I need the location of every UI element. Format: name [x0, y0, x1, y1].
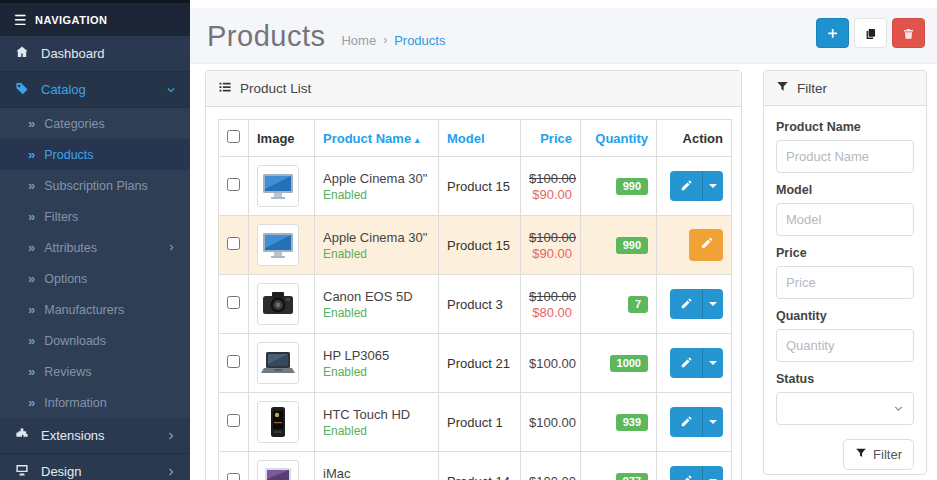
pencil-icon[interactable] [670, 407, 703, 437]
app-window: ☰ NAVIGATION DashboardCatalog»Categories… [0, 0, 937, 480]
row-checkbox-cell [219, 275, 249, 334]
edit-split-button[interactable] [670, 348, 723, 378]
sort-link-price[interactable]: Price [540, 131, 572, 146]
row-name-cell: HP LP3065Enabled [315, 334, 439, 393]
sidebar-item-extensions[interactable]: Extensions [0, 418, 190, 454]
delete-button[interactable] [892, 18, 925, 48]
sidebar-item-catalog[interactable]: Catalog [0, 72, 190, 108]
navigation-label: NAVIGATION [35, 14, 107, 26]
row-price-cell: $100.00 [521, 393, 581, 452]
filter-button[interactable]: Filter [843, 439, 914, 470]
dropdown-caret-button[interactable] [703, 289, 723, 319]
row-name-cell: Canon EOS 5DEnabled [315, 275, 439, 334]
product-name: HTC Touch HD [323, 407, 430, 422]
puzzle-icon [14, 427, 30, 444]
sidebar-subitem-categories[interactable]: »Categories [0, 108, 190, 139]
row-action-cell [657, 393, 732, 452]
double-angle-icon: » [28, 333, 34, 348]
sidebar-navigation-header: ☰ NAVIGATION [0, 3, 190, 36]
price-new: $90.00 [529, 187, 572, 202]
column-header-quantity: Quantity [581, 120, 657, 157]
row-checkbox-cell [219, 452, 249, 480]
row-checkbox[interactable] [227, 296, 240, 309]
product-status: Enabled [323, 424, 430, 438]
edit-button-orange[interactable] [689, 229, 723, 261]
caret-down-icon [709, 184, 717, 188]
table-header-row: ImageProduct Name ▴ModelPriceQuantityAct… [219, 120, 732, 157]
sort-link-name[interactable]: Product Name ▴ [323, 131, 420, 146]
hamburger-icon: ☰ [14, 13, 27, 27]
copy-button[interactable] [854, 18, 887, 48]
sidebar-item-label: Extensions [41, 428, 155, 443]
add-new-button[interactable] [816, 18, 849, 48]
sidebar-subitem-attributes[interactable]: »Attributes [0, 232, 190, 263]
pencil-icon [700, 237, 713, 253]
sort-link-quantity[interactable]: Quantity [595, 131, 648, 146]
edit-split-button[interactable] [670, 407, 723, 437]
breadcrumb-home[interactable]: Home [341, 33, 376, 48]
sort-link-model[interactable]: Model [447, 131, 485, 146]
pencil-icon[interactable] [670, 171, 703, 201]
page-title: Products [207, 20, 325, 53]
row-image-cell [249, 452, 315, 480]
sidebar: ☰ NAVIGATION DashboardCatalog»Categories… [0, 0, 190, 480]
filter-input-price[interactable] [776, 266, 914, 299]
row-action-cell [657, 452, 732, 480]
sidebar-item-design[interactable]: Design [0, 454, 190, 480]
edit-split-button[interactable] [670, 466, 723, 480]
sidebar-item-dashboard[interactable]: Dashboard [0, 36, 190, 72]
row-price-cell: $100.00$90.00 [521, 216, 581, 275]
row-image-cell [249, 334, 315, 393]
breadcrumb-current[interactable]: Products [394, 33, 445, 48]
product-thumbnail [257, 283, 299, 325]
product-status: Enabled [323, 247, 430, 261]
row-quantity-cell: 1000 [581, 334, 657, 393]
sidebar-subitem-label: Categories [44, 117, 176, 131]
sidebar-subitem-downloads[interactable]: »Downloads [0, 325, 190, 356]
chevron-right-icon [167, 243, 176, 252]
sidebar-subitem-label: Options [44, 272, 176, 286]
pencil-icon[interactable] [670, 289, 703, 319]
row-checkbox[interactable] [227, 237, 240, 250]
product-list-panel-header: Product List [206, 71, 741, 107]
dropdown-caret-button[interactable] [703, 407, 723, 437]
filter-input-quantity[interactable] [776, 329, 914, 362]
column-header-image: Image [249, 120, 315, 157]
row-action-cell [657, 216, 732, 275]
sidebar-subitem-filters[interactable]: »Filters [0, 201, 190, 232]
pencil-icon[interactable] [670, 348, 703, 378]
dropdown-caret-button[interactable] [703, 466, 723, 480]
row-checkbox[interactable] [227, 473, 240, 480]
sidebar-subitem-label: Manufacturers [44, 303, 176, 317]
row-model-cell: Product 15 [439, 216, 521, 275]
price-old: $100.00 [529, 230, 572, 245]
dropdown-caret-button[interactable] [703, 171, 723, 201]
row-image-cell [249, 275, 315, 334]
sidebar-subitem-reviews[interactable]: »Reviews [0, 356, 190, 387]
select-all-checkbox[interactable] [227, 130, 240, 143]
row-checkbox[interactable] [227, 355, 240, 368]
edit-split-button[interactable] [670, 289, 723, 319]
filter-label-product-name: Product Name [776, 120, 914, 134]
sidebar-subitem-manufacturers[interactable]: »Manufacturers [0, 294, 190, 325]
price: $100.00 [529, 415, 576, 430]
row-checkbox[interactable] [227, 178, 240, 191]
filter-label-status: Status [776, 372, 914, 386]
filter-input-product-name[interactable] [776, 140, 914, 173]
pencil-icon[interactable] [670, 466, 703, 480]
price: $100.00 [529, 474, 576, 480]
row-checkbox-cell [219, 157, 249, 216]
product-list-title: Product List [240, 81, 311, 96]
sidebar-subitem-options[interactable]: »Options [0, 263, 190, 294]
filter-select-status[interactable] [776, 392, 914, 425]
row-checkbox-cell [219, 393, 249, 452]
filter-input-model[interactable] [776, 203, 914, 236]
sidebar-subitem-subscription-plans[interactable]: »Subscription Plans [0, 170, 190, 201]
sidebar-subitem-information[interactable]: »Information [0, 387, 190, 418]
plus-icon [826, 27, 839, 40]
row-checkbox[interactable] [227, 414, 240, 427]
quantity-badge: 939 [616, 414, 648, 431]
dropdown-caret-button[interactable] [703, 348, 723, 378]
edit-split-button[interactable] [670, 171, 723, 201]
sidebar-subitem-products[interactable]: »Products [0, 139, 190, 170]
